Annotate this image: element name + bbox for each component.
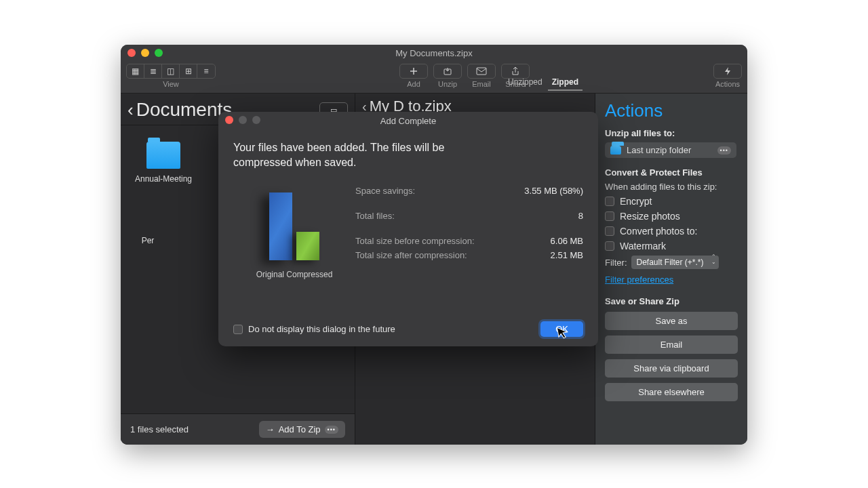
actions-button[interactable] xyxy=(713,64,742,79)
when-adding-label: When adding files to this zip: xyxy=(605,182,738,192)
detail-view-icon[interactable]: ≡ xyxy=(197,64,215,78)
folder-icon xyxy=(610,146,621,155)
add-to-zip-button[interactable]: → Add To Zip ••• xyxy=(259,421,345,438)
filter-label: Filter: xyxy=(605,258,627,268)
archive-tabs: Unzipped Zipped xyxy=(497,75,589,91)
filter-select[interactable]: Default Filter (+*.*) xyxy=(631,256,719,269)
filter-row: Filter: Default Filter (+*.*) xyxy=(605,256,738,269)
zoom-window-button[interactable] xyxy=(155,49,163,57)
checkbox-icon[interactable] xyxy=(605,211,614,221)
coverflow-view-icon[interactable]: ⊞ xyxy=(180,64,197,78)
email-label: Email xyxy=(472,80,491,88)
space-savings-value: 3.55 MB (58%) xyxy=(524,186,583,196)
dialog-titlebar: Add Complete xyxy=(218,112,598,129)
watermark-label: Watermark xyxy=(620,241,666,251)
compressed-bar xyxy=(296,232,319,260)
email-button[interactable] xyxy=(467,64,496,79)
dialog-traffic-lights xyxy=(225,116,260,124)
grid-view-icon[interactable]: ▦ xyxy=(127,64,144,78)
before-compression-label: Total size before compression: xyxy=(355,236,475,246)
tab-zipped[interactable]: Zipped xyxy=(548,75,583,91)
checkbox-icon[interactable] xyxy=(233,325,243,334)
dont-show-label: Do not display this dialog in the future xyxy=(248,324,395,334)
add-label: Add xyxy=(407,80,420,88)
folder-icon xyxy=(146,142,180,169)
total-files-value: 8 xyxy=(578,211,583,221)
email-button[interactable]: Email xyxy=(605,336,738,354)
window-traffic-lights xyxy=(127,49,163,57)
dialog-title: Add Complete xyxy=(380,116,436,126)
after-compression-label: Total size after compression: xyxy=(355,250,467,260)
plus-icon xyxy=(409,66,418,76)
folder-name: Per xyxy=(134,236,161,246)
checkbox-icon[interactable] xyxy=(605,226,614,236)
toolbar-view-group: ▦ ≣ ◫ ⊞ ≡ View xyxy=(126,64,216,88)
watermark-checkbox-row[interactable]: Watermark xyxy=(605,241,738,251)
bolt-icon xyxy=(724,66,732,76)
add-button[interactable] xyxy=(399,64,428,79)
cursor-icon xyxy=(556,325,569,340)
save-share-label: Save or Share Zip xyxy=(605,296,738,306)
envelope-icon xyxy=(476,67,487,75)
actions-pane: Actions Unzip all files to: Last unzip f… xyxy=(595,94,747,445)
status-bar: 1 files selected → Add To Zip ••• xyxy=(121,413,355,445)
compression-chart: Original Compressed xyxy=(233,176,355,279)
close-window-button[interactable] xyxy=(127,49,136,57)
before-compression-value: 6.06 MB xyxy=(551,236,583,246)
unzip-label: Unzip xyxy=(438,80,457,88)
save-as-button[interactable]: Save as xyxy=(605,312,738,330)
folder-item[interactable]: Annual-Meeting xyxy=(134,142,193,184)
add-complete-dialog: Add Complete Your files have been added.… xyxy=(218,112,598,346)
encrypt-checkbox-row[interactable]: Encrypt xyxy=(605,196,738,207)
window-titlebar: My Documents.zipx xyxy=(121,45,747,61)
arrow-right-icon: → xyxy=(266,424,275,434)
unzip-section-label: Unzip all files to: xyxy=(605,128,738,138)
minimize-window-button[interactable] xyxy=(141,49,149,57)
svg-rect-1 xyxy=(477,68,486,75)
view-segmented-control[interactable]: ▦ ≣ ◫ ⊞ ≡ xyxy=(126,64,216,79)
more-icon[interactable]: ••• xyxy=(325,426,338,434)
convert-protect-label: Convert & Protect Files xyxy=(605,167,738,178)
after-compression-value: 2.51 MB xyxy=(551,250,583,260)
dont-show-row[interactable]: Do not display this dialog in the future xyxy=(233,324,395,334)
back-chevron-icon[interactable]: ‹ xyxy=(127,100,134,121)
close-dialog-button[interactable] xyxy=(225,116,233,124)
actions-heading: Actions xyxy=(605,100,738,121)
tab-unzipped[interactable]: Unzipped xyxy=(504,75,547,91)
convert-label: Convert photos to: xyxy=(620,226,697,237)
list-view-icon[interactable]: ≣ xyxy=(144,64,162,78)
checkbox-icon[interactable] xyxy=(605,241,614,251)
unzip-icon xyxy=(443,66,452,76)
column-view-icon[interactable]: ◫ xyxy=(162,64,180,78)
resize-label: Resize photos xyxy=(620,211,680,222)
toolbar: ▦ ≣ ◫ ⊞ ≡ View Add Unzip xyxy=(121,61,747,94)
resize-checkbox-row[interactable]: Resize photos xyxy=(605,211,738,222)
add-to-zip-label: Add To Zip xyxy=(279,424,321,434)
selection-status: 1 files selected xyxy=(130,424,189,434)
dialog-message: Your files have been added. The files wi… xyxy=(218,129,510,169)
folder-name: Annual-Meeting xyxy=(134,174,193,184)
unzip-destination-label: Last unzip folder xyxy=(627,145,691,155)
share-clipboard-button[interactable]: Share via clipboard xyxy=(605,359,738,378)
share-elsewhere-button[interactable]: Share elsewhere xyxy=(605,383,738,401)
chart-label: Original Compressed xyxy=(233,270,355,279)
view-label: View xyxy=(163,80,179,88)
minimize-dialog-button xyxy=(239,116,247,124)
original-bar xyxy=(269,192,292,260)
window-title: My Documents.zipx xyxy=(395,48,472,58)
unzip-button[interactable] xyxy=(433,64,462,79)
zoom-dialog-button xyxy=(252,116,260,124)
folder-item[interactable]: Per xyxy=(134,203,161,246)
total-files-label: Total files: xyxy=(355,211,395,221)
compression-stats: Space savings: 3.55 MB (58%) Total files… xyxy=(355,176,583,279)
convert-checkbox-row[interactable]: Convert photos to: xyxy=(605,226,738,237)
encrypt-label: Encrypt xyxy=(620,196,652,207)
more-icon[interactable]: ••• xyxy=(717,146,731,155)
filter-preferences-link[interactable]: Filter preferences xyxy=(605,274,673,285)
actions-label: Actions xyxy=(715,80,740,88)
unzip-destination-button[interactable]: Last unzip folder ••• xyxy=(605,142,736,158)
space-savings-label: Space savings: xyxy=(355,186,415,196)
checkbox-icon[interactable] xyxy=(605,197,614,206)
